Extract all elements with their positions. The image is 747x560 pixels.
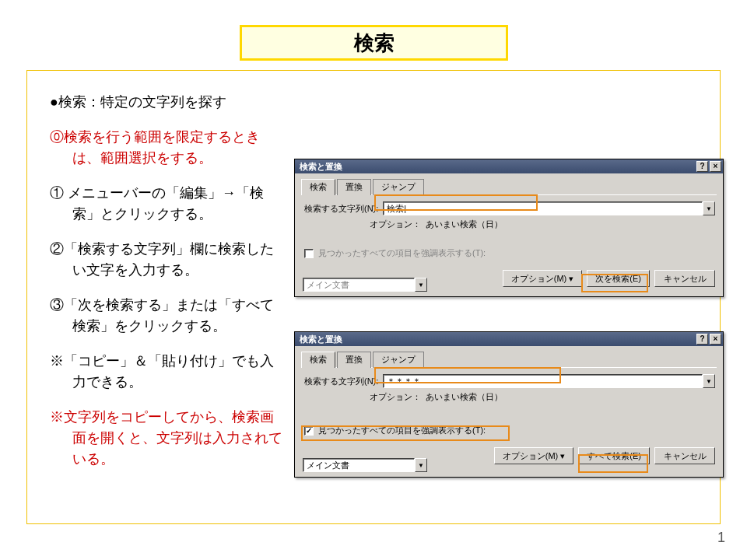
cancel-button[interactable]: キャンセル [654,447,715,464]
search-dropdown-button[interactable]: ▼ [703,201,715,215]
chevron-down-icon: ▼ [706,378,712,385]
option-line-label: オプション： [370,391,421,403]
inst-note2: ※文字列をコピーしてから、検索画面を開くと、文字列は入力されている。 [50,407,285,470]
options-button[interactable]: オプション(M) ▾ [503,270,583,287]
titlebar[interactable]: 検索と置換 ? × [295,332,723,346]
tab-search[interactable]: 検索 [301,352,335,368]
chevron-down-icon: ▼ [418,462,424,469]
scope-combo[interactable]: メイン文書 ▼ [303,278,427,292]
search-input[interactable]: 検索| [383,201,703,215]
option-line-value: あいまい検索（日） [426,219,503,230]
inst-step3: ③「次を検索する」または「すべて検索」をクリックする。 [50,295,285,337]
inst-note1: ※「コピー」＆「貼り付け」でも入力できる。 [50,351,285,393]
dialog-title: 検索と置換 [300,334,342,345]
chevron-down-icon: ▼ [706,205,712,212]
help-button[interactable]: ? [696,334,708,345]
find-replace-dialog-1: 検索と置換 ? × 検索 置換 ジャンプ 検索する文字列(N): 検索| ▼ オ… [294,159,724,297]
titlebar[interactable]: 検索と置換 ? × [295,159,723,173]
options-button[interactable]: オプション(M) ▾ [494,447,574,464]
chevron-down-icon: ▼ [418,282,424,289]
dialog-title: 検索と置換 [300,161,342,173]
scope-dropdown-button[interactable]: ▼ [415,458,427,472]
instructions: ●検索：特定の文字列を探す ⓪検索を行う範囲を限定するときは、範囲選択をする。 … [50,92,285,484]
scope-combo[interactable]: メイン文書 ▼ [303,458,427,472]
find-all-button[interactable]: すべて検索(E) [578,447,650,464]
highlight-checkbox[interactable] [304,249,314,258]
tab-replace[interactable]: 置換 [337,352,371,368]
inst-heading: ●検索：特定の文字列を探す [50,92,285,113]
tab-jump[interactable]: ジャンプ [373,352,424,368]
banner-title: 検索 [354,30,395,57]
tab-jump[interactable]: ジャンプ [373,179,424,195]
find-next-button[interactable]: 次を検索(E) [587,270,650,287]
search-label: 検索する文字列(N): [304,203,378,215]
highlight-label: 見つかったすべての項目を強調表示する(T): [318,425,486,436]
highlight-checkbox[interactable]: ✓ [304,426,314,436]
option-line-value: あいまい検索（日） [426,391,503,403]
scope-dropdown-button[interactable]: ▼ [415,278,427,292]
help-button[interactable]: ? [696,161,708,172]
tab-search[interactable]: 検索 [301,179,335,195]
close-button[interactable]: × [710,334,721,345]
option-line-label: オプション： [370,219,421,230]
inst-step1: ① メニューバーの「編集」→「検索」とクリックする。 [50,183,285,225]
inst-step2: ②「検索する文字列」欄に検索したい文字を入力する。 [50,239,285,281]
inst-step0: ⓪検索を行う範囲を限定するときは、範囲選択をする。 [50,127,285,169]
page-banner: 検索 [240,25,508,61]
search-input[interactable]: ＊＊＊＊ [383,374,703,388]
search-label: 検索する文字列(N): [304,376,378,387]
page-number: 1 [717,530,725,546]
tab-replace[interactable]: 置換 [337,179,371,195]
highlight-label: 見つかったすべての項目を強調表示する(T): [318,247,486,259]
search-dropdown-button[interactable]: ▼ [703,374,715,388]
close-button[interactable]: × [710,161,721,172]
find-replace-dialog-2: 検索と置換 ? × 検索 置換 ジャンプ 検索する文字列(N): ＊＊＊＊ ▼ … [294,331,724,478]
cancel-button[interactable]: キャンセル [654,270,715,287]
